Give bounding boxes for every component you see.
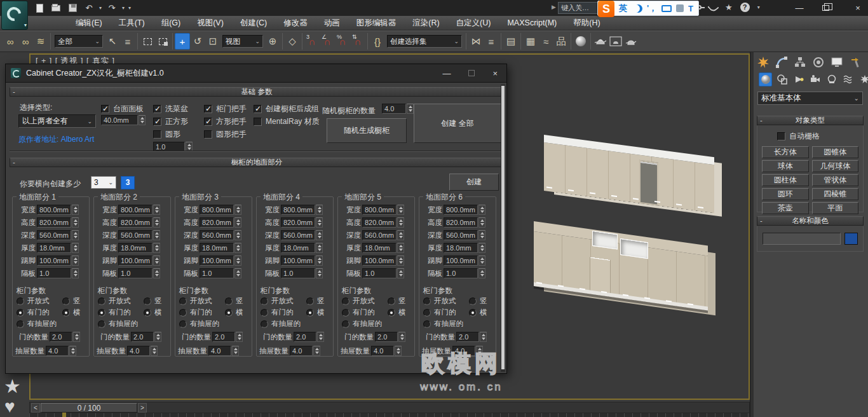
manage-layers-icon[interactable]: ▤ [503,33,519,50]
menu-item[interactable]: 创建(C) [232,16,275,30]
primitive-button[interactable]: 几何球体 [812,160,859,172]
select-and-rotate-icon[interactable]: ↺ [190,33,205,50]
menu-item[interactable]: 帮助(H) [565,16,608,30]
tab-create[interactable] [756,55,770,70]
menu-item[interactable]: 编辑(E) [67,16,111,30]
horizontal-radio[interactable] [306,309,314,317]
vertical-radio[interactable] [144,297,151,305]
kickboard-spinner[interactable] [234,256,241,266]
height-field[interactable]: 820.0mm [362,217,397,228]
width-spinner[interactable] [478,205,485,215]
overlay-heart-icon[interactable]: ♥ [4,397,15,417]
subtab-geometry[interactable] [759,72,772,86]
window-close-button[interactable]: × [851,3,864,13]
edit-named-selection-sets-icon[interactable]: {} [370,33,385,50]
height-spinner[interactable] [478,217,485,228]
kickboard-field[interactable]: 100.0mm [200,256,234,266]
time-slider-handle[interactable]: 0 / 100 [41,403,137,413]
curve-editor-icon[interactable]: ≈ [538,33,553,50]
open-style-radio[interactable] [98,297,105,305]
thickness-spinner[interactable] [234,243,241,253]
author-link[interactable]: 原作者地址: Albero Art [18,134,94,145]
shelf-field[interactable]: 1.0 [281,268,315,278]
shelf-field[interactable]: 1.0 [37,268,71,278]
tab-display[interactable] [830,55,844,70]
sink-square-checkbox[interactable] [153,118,161,126]
help-caret-icon[interactable]: ▾ [757,4,760,10]
time-slider[interactable]: < 0 / 100 > [29,402,750,413]
menu-item[interactable]: 自定义(U) [448,16,499,30]
with-drawer-radio[interactable] [98,320,105,328]
horizontal-radio[interactable] [144,309,151,317]
height-field[interactable]: 820.0mm [200,217,234,228]
width-spinner[interactable] [153,205,160,215]
max-application-menu-button[interactable]: ▾ [1,1,28,30]
select-object-icon[interactable]: ↖ [105,33,120,50]
tab-motion[interactable] [811,55,825,70]
menu-item[interactable]: 组(G) [153,16,189,30]
undo-caret-icon[interactable]: ▾ [99,5,102,11]
help-icon[interactable]: ? [740,3,750,12]
unlink-selection-icon[interactable]: ∞ [18,33,33,50]
random-generate-button[interactable]: 随机生成橱柜 [327,118,407,143]
select-and-manipulate-icon[interactable]: ◇ [285,33,300,50]
shelf-field[interactable]: 1.0 [118,268,153,278]
shelf-spinner[interactable] [153,268,160,278]
open-style-radio[interactable] [423,297,431,305]
door-count-spinner[interactable] [398,332,405,342]
menu-item[interactable]: 工具(T) [111,16,153,30]
depth-spinner[interactable] [234,230,241,240]
new-file-icon[interactable] [33,3,46,14]
kickboard-field[interactable]: 100.0mm [37,256,71,266]
height-field[interactable]: 820.0mm [118,217,153,228]
dialog-close-button[interactable]: × [492,69,498,78]
dialog-scrollbar-thumb[interactable] [501,86,505,369]
dialog-scrollbar[interactable] [501,85,505,372]
select-and-link-icon[interactable]: ∞ [3,33,18,50]
select-and-move-icon[interactable]: + [175,33,190,50]
open-style-radio[interactable] [342,297,349,305]
thickness-spinner[interactable] [153,243,160,253]
kickboard-spinner[interactable] [72,256,79,266]
geometry-category-dropdown[interactable]: 标准基本体⌄ [757,92,863,105]
primitive-button[interactable]: 球体 [762,160,809,172]
dialog-minimize-button[interactable]: — [442,69,451,78]
drawer-count-spinner[interactable] [476,346,483,356]
group-after-create-checkbox[interactable] [254,105,262,113]
primitive-button[interactable]: 平面 [812,202,859,214]
redo-caret-icon[interactable]: ▾ [122,5,125,11]
width-field[interactable]: 800.0mm [200,205,234,215]
dialog-titlebar[interactable]: Cabinet Creator_ZX汉化_橱柜创建v1.0 — × [6,64,506,83]
with-drawer-radio[interactable] [342,320,349,328]
with-drawer-radio[interactable] [179,320,187,328]
menu-item[interactable]: MAXScript(M) [499,16,565,30]
horizontal-radio[interactable] [62,309,70,317]
height-spinner[interactable] [316,217,323,228]
drawer-count-field[interactable]: 4.0 [452,346,475,356]
menu-item[interactable]: 修改器 [275,16,316,30]
open-style-radio[interactable] [261,297,268,305]
depth-spinner[interactable] [397,230,404,240]
tab-utilities[interactable] [848,55,862,70]
depth-spinner[interactable] [478,230,485,240]
toolbox-icon[interactable]: ▦ [523,33,538,50]
ime-person-icon[interactable] [676,4,684,12]
width-field[interactable]: 800.0mm [118,205,153,215]
percent-snap-icon[interactable]: %∩ [335,33,350,50]
width-field[interactable]: 800.0mm [362,205,397,215]
autogrid-checkbox[interactable] [777,132,785,140]
door-count-spinner[interactable] [73,332,80,342]
round-handle-checkbox[interactable] [204,130,212,139]
width-spinner[interactable] [316,205,323,215]
depth-spinner[interactable] [72,230,79,240]
rectangular-selection-region-icon[interactable] [140,33,155,50]
primitive-button[interactable]: 圆柱体 [762,174,809,186]
door-count-spinner[interactable] [154,332,161,342]
kickboard-field[interactable]: 100.0mm [281,256,315,266]
kickboard-field[interactable]: 100.0mm [362,256,397,266]
snap-toggle-3d-icon[interactable]: 3∩ [304,33,320,50]
shelf-field[interactable]: 1.0 [200,268,234,278]
vertical-radio[interactable] [306,297,314,305]
vertical-radio[interactable] [469,297,477,305]
select-and-scale-icon[interactable]: ⊡ [205,33,220,50]
